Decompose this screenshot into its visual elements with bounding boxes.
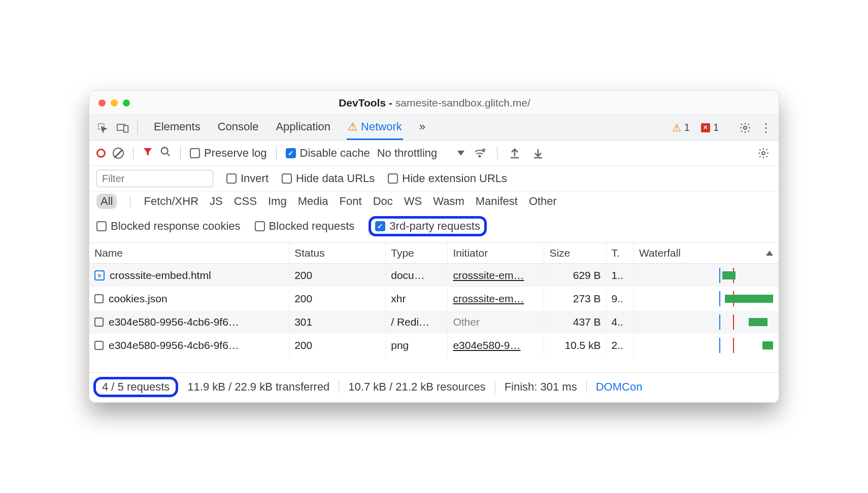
tab-more[interactable]: » [418, 115, 426, 140]
hide-data-urls-checkbox[interactable]: Hide data URLs [282, 172, 375, 185]
record-button[interactable] [96, 149, 106, 158]
preserve-log-checkbox[interactable]: Preserve log [190, 147, 267, 160]
network-settings-icon[interactable] [755, 145, 772, 161]
hide-extension-urls-checkbox[interactable]: Hide extension URLs [388, 172, 507, 185]
menu-icon[interactable]: ⋮ [757, 120, 774, 136]
resource-type: png [386, 334, 448, 357]
status-bar: 4 / 5 requests 11.9 kB / 22.9 kB transfe… [89, 372, 779, 402]
tab-application[interactable]: Application [275, 115, 331, 140]
request-name: e304e580-9956-4cb6-9f6… [109, 339, 239, 351]
time: 1.. [606, 264, 633, 288]
filter-css[interactable]: CSS [234, 195, 257, 208]
inspect-icon[interactable] [94, 120, 111, 136]
clear-button[interactable] [113, 148, 124, 159]
filter-js[interactable]: JS [210, 195, 223, 208]
request-name: e304e580-9956-4cb6-9f6… [109, 316, 239, 328]
initiator-link[interactable]: crosssite-em… [453, 269, 524, 281]
size: 10.5 kB [544, 334, 606, 357]
col-initiator[interactable]: Initiator [448, 243, 544, 264]
filter-fetch[interactable]: Fetch/XHR [144, 195, 198, 208]
domcontentloaded-link[interactable]: DOMCon [587, 380, 652, 394]
fullscreen-icon[interactable] [123, 99, 130, 107]
titlebar: DevTools - samesite-sandbox.glitch.me/ [89, 91, 779, 115]
col-size[interactable]: Size [544, 243, 606, 264]
window-title: DevTools - samesite-sandbox.glitch.me/ [130, 97, 739, 109]
chevron-down-icon [457, 151, 464, 156]
resource-type: docu… [386, 264, 448, 288]
status-code: 200 [289, 334, 386, 357]
table-row[interactable]: e304e580-9956-4cb6-9f6… 301 / Redi… Othe… [89, 310, 779, 334]
minimize-icon[interactable] [111, 99, 118, 107]
resource-type-filters: All Fetch/XHR JS CSS Img Media Font Doc … [89, 192, 779, 214]
network-conditions-icon[interactable] [472, 145, 488, 161]
sort-asc-icon [766, 251, 773, 256]
time: 4.. [606, 310, 633, 334]
filter-input[interactable] [96, 170, 213, 187]
throttling-select[interactable]: No throttling [377, 147, 465, 160]
svg-line-5 [167, 153, 170, 156]
error-icon[interactable] [701, 123, 710, 132]
filter-manifest[interactable]: Manifest [476, 195, 518, 208]
filter-ws[interactable]: WS [404, 195, 422, 208]
resource-type: / Redi… [386, 310, 448, 334]
table-row[interactable]: crosssite-embed.html 200 docu… crosssite… [89, 264, 779, 288]
document-icon [94, 270, 105, 280]
file-icon [94, 341, 104, 350]
tab-network[interactable]: ⚠Network [347, 115, 403, 140]
initiator-link[interactable]: crosssite-em… [453, 293, 524, 304]
blocked-cookies-checkbox[interactable]: Blocked response cookies [96, 220, 241, 233]
col-type[interactable]: Type [386, 243, 448, 264]
size: 629 B [544, 264, 606, 288]
devtools-window: DevTools - samesite-sandbox.glitch.me/ E… [89, 90, 779, 403]
resource-type: xhr [386, 287, 448, 310]
blocked-requests-checkbox[interactable]: Blocked requests [255, 220, 355, 233]
svg-point-3 [744, 126, 747, 129]
tab-console[interactable]: Console [217, 115, 260, 140]
waterfall-bar [639, 291, 773, 306]
filter-wasm[interactable]: Wasm [433, 195, 464, 208]
window-controls [98, 99, 130, 107]
resources-size: 10.7 kB / 21.2 kB resources [339, 380, 495, 394]
waterfall-bar [639, 338, 773, 353]
col-name[interactable]: Name [89, 243, 289, 264]
initiator-link[interactable]: e304e580-9… [453, 339, 520, 351]
device-toggle-icon[interactable] [115, 120, 131, 136]
close-icon[interactable] [98, 99, 106, 107]
invert-checkbox[interactable]: Invert [226, 172, 269, 185]
waterfall-bar [639, 314, 773, 330]
export-har-icon[interactable] [507, 145, 523, 161]
disable-cache-checkbox[interactable]: Disable cache [286, 147, 370, 160]
svg-point-7 [483, 149, 485, 151]
request-name: crosssite-embed.html [110, 269, 211, 281]
col-waterfall[interactable]: Waterfall [633, 243, 778, 264]
filter-img[interactable]: Img [268, 195, 287, 208]
requests-table: Name Status Type Initiator Size T. Water… [89, 242, 779, 357]
svg-point-8 [762, 152, 765, 155]
col-time[interactable]: T. [606, 243, 633, 264]
tab-elements[interactable]: Elements [153, 115, 202, 140]
status-code: 301 [289, 310, 386, 334]
filter-media[interactable]: Media [298, 195, 328, 208]
col-status[interactable]: Status [289, 243, 386, 264]
warning-count: 1 [684, 122, 690, 133]
svg-point-4 [161, 147, 168, 154]
filter-doc[interactable]: Doc [373, 195, 393, 208]
request-name: cookies.json [109, 293, 168, 305]
warning-icon[interactable]: ⚠ [672, 122, 681, 134]
finish-time: Finish: 301 ms [495, 380, 587, 394]
time: 2.. [606, 334, 633, 357]
filter-other[interactable]: Other [529, 195, 557, 208]
table-row[interactable]: e304e580-9956-4cb6-9f6… 200 png e304e580… [89, 334, 779, 357]
filter-icon[interactable] [143, 147, 153, 160]
table-row[interactable]: cookies.json 200 xhr crosssite-em… 273 B… [89, 287, 779, 310]
svg-point-6 [479, 155, 481, 157]
settings-icon[interactable] [737, 120, 753, 136]
search-icon[interactable] [160, 146, 171, 160]
svg-rect-2 [124, 125, 128, 132]
third-party-requests-checkbox[interactable]: 3rd-party requests [375, 220, 480, 233]
filter-all[interactable]: All [96, 194, 117, 209]
error-count: 1 [713, 122, 719, 133]
filter-font[interactable]: Font [340, 195, 362, 208]
import-har-icon[interactable] [530, 145, 546, 161]
table-header: Name Status Type Initiator Size T. Water… [89, 243, 779, 264]
